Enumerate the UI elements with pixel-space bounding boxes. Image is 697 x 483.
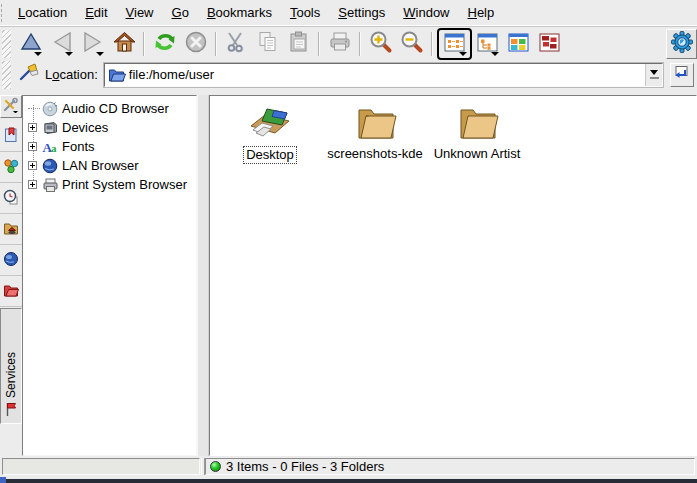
file-item-label: screenshots-kde <box>325 146 424 162</box>
file-view: Desktop screenshots-kde Unknown Artist <box>209 95 697 456</box>
up-button[interactable] <box>15 29 46 59</box>
sidebar-tab-history[interactable] <box>0 184 22 214</box>
zoom-out-icon <box>400 30 424 57</box>
cut-button[interactable] <box>221 29 252 59</box>
menu-location[interactable]: Location <box>9 1 76 25</box>
fonts-icon: Aa <box>42 139 59 155</box>
location-toolbar: Location: <box>0 60 697 89</box>
configure-sidebar-button[interactable] <box>0 95 22 118</box>
detailed-list-view-button[interactable] <box>534 29 565 59</box>
sidebar-tab-services-active[interactable]: Services <box>0 308 22 424</box>
konqueror-gear-icon <box>670 30 694 57</box>
paste-button[interactable] <box>283 29 314 59</box>
tree-item-lan-browser[interactable]: LAN Browser <box>23 156 196 175</box>
panel-splitter[interactable] <box>197 95 209 456</box>
sidebar-tab-network[interactable] <box>0 246 22 276</box>
detailed-list-view-icon <box>538 31 561 57</box>
sidebar-tabstrip: Services <box>0 95 22 456</box>
menu-edit[interactable]: Edit <box>76 1 116 25</box>
tree-item-print-system-browser[interactable]: Print System Browser <box>23 175 196 194</box>
konqueror-window: Location Edit View Go Bookmarks Tools Se… <box>0 0 697 483</box>
menubar: Location Edit View Go Bookmarks Tools Se… <box>0 0 697 26</box>
reload-icon <box>153 30 177 57</box>
sidebar-tab-bookmarks[interactable] <box>0 122 22 152</box>
services-tab-label: Services <box>4 352 18 398</box>
zoom-in-button[interactable] <box>365 29 396 59</box>
sidebar-tab-services-shapes[interactable] <box>0 153 22 183</box>
menu-help[interactable]: Help <box>459 1 504 25</box>
multicolumn-view-button[interactable] <box>503 29 534 59</box>
chevron-down-icon <box>65 52 73 56</box>
tree-item-fonts[interactable]: Aa Fonts <box>23 137 196 156</box>
menu-window[interactable]: Window <box>394 1 458 25</box>
printer-icon <box>42 177 59 193</box>
home-button[interactable] <box>108 29 139 59</box>
menu-settings[interactable]: Settings <box>329 1 394 25</box>
file-item-unknown-artist[interactable]: Unknown Artist <box>424 102 530 162</box>
devices-icon <box>42 120 59 136</box>
location-label: Location: <box>45 67 98 82</box>
tree-expander-icon[interactable] <box>28 180 37 189</box>
tree-view-button[interactable] <box>472 29 503 59</box>
open-blue-folder-icon <box>108 67 126 83</box>
window-corner-accent <box>0 477 6 483</box>
history-clock-icon <box>3 189 19 208</box>
copy-button[interactable] <box>252 29 283 59</box>
file-item-screenshots-kde[interactable]: screenshots-kde <box>322 102 428 162</box>
tree-expander-icon[interactable] <box>28 161 37 170</box>
menu-tools[interactable]: Tools <box>281 1 329 25</box>
copy-icon <box>256 30 280 57</box>
clear-location-broom-icon <box>18 62 40 87</box>
reload-button[interactable] <box>149 29 180 59</box>
tree-item-devices[interactable]: Devices <box>23 118 196 137</box>
menu-go[interactable]: Go <box>163 1 198 25</box>
status-text: 3 Items - 0 Files - 3 Folders <box>226 459 384 474</box>
services-flag-icon <box>3 401 19 420</box>
window-bottom-border <box>0 477 697 483</box>
location-toolbar-handle[interactable] <box>2 61 11 89</box>
print-button[interactable] <box>324 29 355 59</box>
toolbar-separator <box>318 32 320 56</box>
zoom-in-icon <box>369 30 393 57</box>
location-combobox <box>104 63 663 87</box>
statusbar: 3 Items - 0 Files - 3 Folders <box>0 456 697 477</box>
zoom-out-button[interactable] <box>396 29 427 59</box>
tree-expander-icon[interactable] <box>28 142 37 151</box>
stop-button[interactable] <box>180 29 211 59</box>
konqueror-logo-button[interactable] <box>666 29 697 59</box>
cut-scissors-icon <box>225 30 249 57</box>
menu-bookmarks[interactable]: Bookmarks <box>198 1 281 25</box>
tree-expander-icon[interactable] <box>28 123 37 132</box>
chevron-down-icon <box>34 52 42 56</box>
content-area: Services Audio CD Browser Devices Aa Fon… <box>0 95 697 456</box>
forward-button[interactable] <box>77 29 108 59</box>
home-icon <box>112 30 136 57</box>
toolbar-handle[interactable] <box>2 30 11 58</box>
sidebar-tab-home-folder[interactable] <box>0 215 22 245</box>
sidebar-tab-root-folder[interactable] <box>0 277 22 307</box>
main-toolbar <box>0 27 697 60</box>
go-button[interactable] <box>670 63 694 87</box>
clear-location-button[interactable] <box>15 61 43 89</box>
tree-item-audio-cd-browser[interactable]: Audio CD Browser <box>23 99 196 118</box>
folder-icon <box>424 102 530 142</box>
chevron-down-icon <box>491 52 499 56</box>
file-item-label: Unknown Artist <box>432 146 523 162</box>
stop-icon <box>184 30 208 57</box>
folder-icon <box>322 102 428 142</box>
desktop-folder-icon <box>217 102 323 142</box>
statusbar-progress-area <box>2 458 200 475</box>
chevron-down-icon <box>96 52 104 56</box>
menubar-handle[interactable] <box>1 4 6 22</box>
menu-view[interactable]: View <box>117 1 163 25</box>
file-item-desktop[interactable]: Desktop <box>217 102 323 164</box>
multicolumn-view-icon <box>507 31 530 57</box>
location-input[interactable] <box>129 65 645 85</box>
statusbar-info-area: 3 Items - 0 Files - 3 Folders <box>205 458 695 475</box>
red-folder-icon <box>3 282 19 301</box>
location-dropdown-button[interactable] <box>645 64 662 86</box>
audio-cd-icon <box>42 101 59 117</box>
toolbar-separator <box>431 32 433 56</box>
icon-view-button[interactable] <box>437 28 472 60</box>
back-button[interactable] <box>46 29 77 59</box>
